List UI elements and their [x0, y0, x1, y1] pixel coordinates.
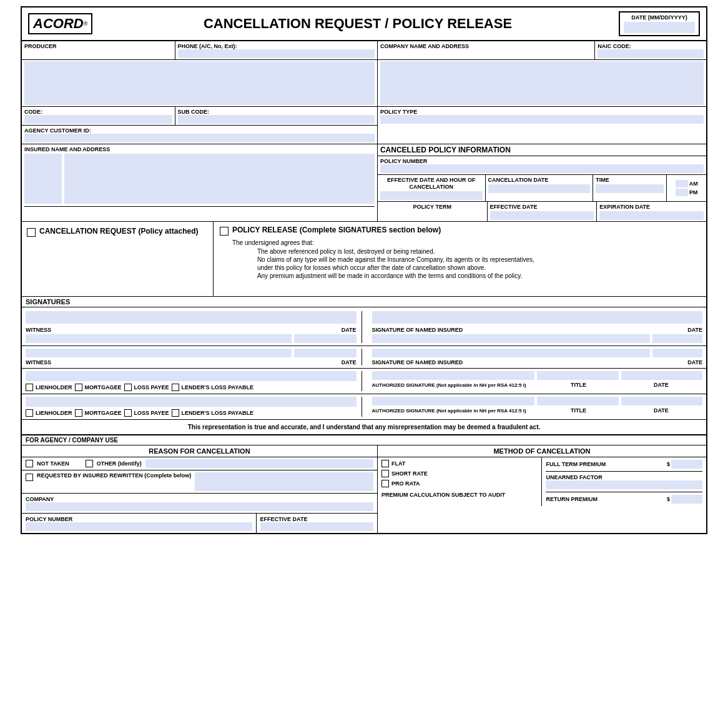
time-input[interactable] — [596, 184, 664, 193]
lienholder-checkbox1[interactable] — [26, 384, 33, 391]
naic-input[interactable] — [598, 49, 704, 58]
insured-checkbox-area[interactable] — [24, 154, 62, 204]
named-insured-input1[interactable] — [372, 334, 651, 343]
release-line1: The above referenced policy is lost, des… — [232, 248, 700, 255]
policy-number-input[interactable] — [380, 164, 704, 173]
date-label3: DATE — [342, 359, 357, 365]
named-insured-sig-line1[interactable] — [372, 311, 703, 324]
flat-checkbox[interactable] — [381, 460, 389, 467]
witness-input2[interactable] — [26, 349, 292, 357]
witness-date-input1[interactable] — [294, 334, 357, 343]
other-input[interactable] — [145, 459, 373, 468]
requested-input[interactable] — [195, 472, 373, 491]
insured-input-area[interactable] — [64, 154, 375, 204]
company-input-area[interactable] — [380, 61, 704, 105]
auth-sig-input2[interactable] — [372, 397, 535, 405]
witness-date-input2[interactable] — [294, 349, 357, 357]
cancellation-date-input[interactable] — [488, 184, 591, 193]
unearned-input[interactable] — [546, 480, 702, 489]
policy-release-checkbox[interactable] — [220, 227, 229, 236]
mortgagee-checkbox1[interactable] — [75, 384, 82, 391]
lenders-loss-label: LENDER'S LOSS PAYABLE — [182, 384, 253, 390]
named-insured-date1[interactable] — [652, 334, 702, 343]
code-input[interactable] — [24, 115, 172, 124]
unearned-label: UNEARNED FACTOR — [546, 474, 702, 480]
logo-text: ACORD — [33, 16, 84, 31]
cancelled-policy-label: CANCELLED POLICY INFORMATION — [380, 146, 511, 154]
pm-input[interactable] — [676, 189, 688, 196]
subcode-label: SUB CODE: — [178, 109, 210, 115]
title-label2: TITLE — [571, 407, 586, 414]
pm-label: PM — [689, 189, 698, 196]
eff-date-input[interactable] — [490, 211, 594, 220]
witness-sig-line1[interactable] — [26, 311, 357, 324]
return-premium-input[interactable] — [671, 495, 702, 504]
lenders-loss-checkbox2[interactable] — [172, 409, 179, 417]
auth-date-input2[interactable] — [621, 397, 702, 405]
policy-term-label: POLICY TERM — [413, 204, 451, 210]
signatures-header: SIGNATURES — [22, 297, 706, 307]
eff-date-hour-input[interactable] — [380, 191, 483, 200]
date-label: DATE (MM/DD/YYYY) — [624, 14, 695, 21]
not-taken-checkbox[interactable] — [26, 460, 33, 467]
am-input[interactable] — [676, 180, 688, 187]
lienholder-checkbox2[interactable] — [26, 409, 33, 417]
short-rate-label: SHORT RATE — [391, 470, 428, 477]
loss-payee-checkbox1[interactable] — [124, 384, 132, 391]
producer-input-area[interactable] — [24, 61, 375, 105]
eff-date-hour-label: EFFECTIVE DATE AND HOUR OF CANCELLATION — [387, 177, 476, 190]
date-label4: DATE — [687, 359, 702, 365]
company-input2[interactable] — [26, 502, 373, 511]
auth-sig-input1[interactable] — [372, 371, 535, 380]
named-insured-input2[interactable] — [372, 349, 651, 357]
auth-sig-label: AUTHORIZED SIGNATURE (Not applicable in … — [372, 382, 526, 388]
auth-title-input1[interactable] — [537, 371, 618, 380]
lienholder-area2[interactable] — [26, 397, 357, 407]
policy-number-input2[interactable] — [26, 522, 252, 531]
cancellation-date-label: CANCELLATION DATE — [488, 177, 549, 183]
time-label: TIME — [596, 177, 609, 183]
auth-date-input1[interactable] — [621, 371, 702, 380]
short-rate-checkbox[interactable] — [381, 470, 389, 477]
am-label: AM — [689, 181, 698, 187]
policy-type-label: POLICY TYPE — [380, 109, 417, 115]
phone-input[interactable] — [178, 49, 375, 58]
pro-rata-checkbox[interactable] — [381, 480, 389, 487]
date-input[interactable] — [624, 22, 695, 33]
lenders-loss-checkbox1[interactable] — [172, 384, 179, 391]
sig-named-insured-label: SIGNATURE OF NAMED INSURED — [372, 327, 463, 333]
loss-payee-label2: LOSS PAYEE — [134, 410, 169, 416]
other-checkbox[interactable] — [86, 460, 93, 467]
eff-date-input2[interactable] — [260, 522, 373, 531]
subcode-input[interactable] — [178, 115, 375, 124]
lienholder-area1[interactable] — [26, 371, 357, 381]
loss-payee-label: LOSS PAYEE — [134, 384, 169, 390]
agency-id-input[interactable] — [24, 134, 375, 142]
witness-input1[interactable] — [26, 334, 292, 343]
company-label: COMPANY NAME AND ADDRESS — [380, 43, 469, 49]
flat-label: FLAT — [391, 460, 405, 467]
header-title: CANCELLATION REQUEST / POLICY RELEASE — [204, 16, 512, 31]
phone-label: PHONE (A/C, No, Ext): — [178, 43, 237, 49]
named-insured-date2[interactable] — [652, 349, 702, 357]
release-line4: Any premium adjustment will be made in a… — [232, 272, 700, 279]
requested-label: REQUESTED BY INSURED REWRITTEN (Complete… — [37, 472, 191, 479]
cancellation-checkbox[interactable] — [27, 228, 36, 237]
eff-date-label2: EFFECTIVE DATE — [260, 516, 308, 522]
exp-date-input[interactable] — [599, 211, 704, 220]
policy-type-input[interactable] — [380, 115, 704, 124]
date-label-r1: DATE — [687, 327, 702, 333]
witness-label: WITNESS — [26, 327, 51, 333]
loss-payee-checkbox2[interactable] — [124, 409, 132, 417]
date-label5: DATE — [654, 382, 669, 388]
policy-number-label2: POLICY NUMBER — [26, 516, 72, 522]
requested-checkbox[interactable] — [26, 474, 33, 481]
full-term-input[interactable] — [671, 460, 702, 469]
return-premium-label: RETURN PREMIUM — [546, 496, 667, 502]
fraud-text: This representation is true and accurate… — [22, 420, 706, 434]
agency-id-label: AGENCY CUSTOMER ID: — [24, 127, 91, 134]
auth-title-input2[interactable] — [537, 397, 618, 405]
code-label: CODE: — [24, 109, 42, 115]
mortgagee-checkbox2[interactable] — [75, 409, 82, 417]
not-taken-label: NOT TAKEN — [37, 460, 69, 467]
